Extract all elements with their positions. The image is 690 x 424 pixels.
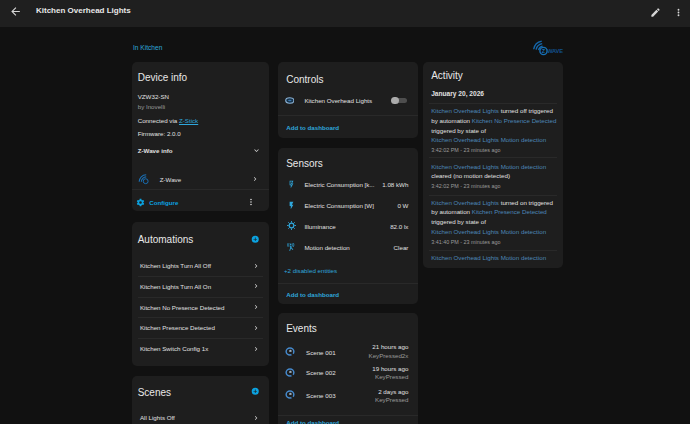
svg-text:WAVE: WAVE <box>547 48 563 54</box>
